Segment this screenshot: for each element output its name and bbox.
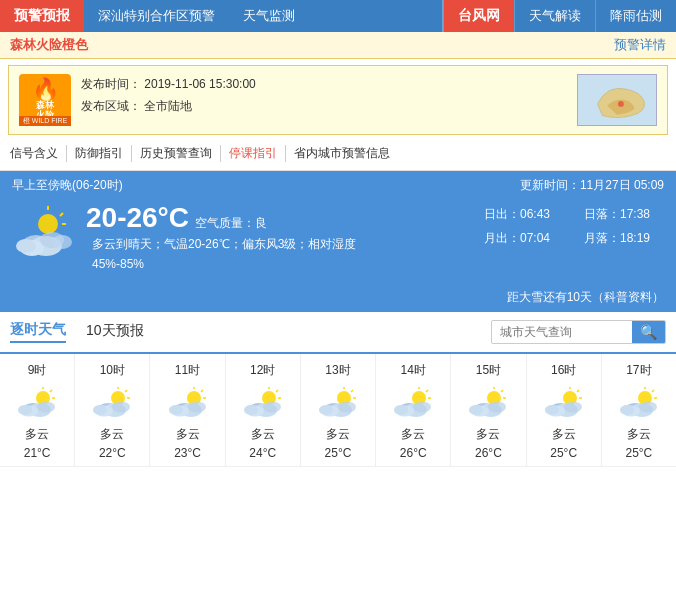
svg-line-4 [60, 213, 63, 216]
hour-weather-1: 多云 [100, 426, 124, 443]
hour-cell-3: 12时 多云24°C [226, 354, 301, 466]
svg-line-14 [50, 390, 52, 392]
hour-cell-2: 11时 多云23°C [150, 354, 225, 466]
weather-body: 20-26°C 空气质量：良 多云到晴天；气温20-26℃；偏东风3级；相对湿度… [0, 196, 676, 285]
weather-main: 早上至傍晚(06-20时) 更新时间：11月27日 05:09 [0, 171, 676, 312]
warning-fire-icon: 🔥 森林 火险 橙 WILD FIRE [19, 74, 71, 126]
forecast-tabs-row: 逐时天气 10天预报 🔍 [0, 312, 676, 354]
publish-area-value: 全市陆地 [144, 99, 192, 113]
tab-hourly[interactable]: 逐时天气 [10, 321, 66, 343]
nav-shenzhen-alert[interactable]: 深汕特别合作区预警 [84, 0, 229, 32]
hour-weather-0: 多云 [25, 426, 49, 443]
hour-icon-0 [17, 387, 57, 419]
hour-cell-0: 9时 多云21°C [0, 354, 75, 466]
svg-line-77 [577, 390, 579, 392]
svg-line-50 [351, 390, 353, 392]
nav-items: 深汕特别合作区预警 天气监测 [84, 0, 442, 32]
hour-icon-8 [619, 387, 659, 419]
svg-line-86 [652, 390, 654, 392]
weather-update-time: 更新时间：11月27日 05:09 [520, 177, 664, 194]
city-search-box: 🔍 [491, 320, 666, 344]
publish-area-label: 发布区域： [81, 99, 141, 113]
nav-weather-monitor[interactable]: 天气监测 [229, 0, 309, 32]
hour-label-2: 11时 [175, 362, 200, 379]
top-nav: 预警预报 深汕特别合作区预警 天气监测 台风网 天气解读 降雨估测 [0, 0, 676, 32]
hour-icon-5 [393, 387, 433, 419]
hour-temp-3: 24°C [249, 446, 276, 460]
hour-icon-3 [243, 387, 283, 419]
svg-point-29 [112, 401, 130, 412]
svg-line-68 [501, 390, 503, 392]
hour-label-6: 15时 [476, 362, 501, 379]
warning-bar: 森林火险橙色 预警详情 [0, 32, 676, 59]
weather-temp-desc: 20-26°C 空气质量：良 多云到晴天；气温20-26℃；偏东风3级；相对湿度… [86, 202, 356, 275]
hour-label-0: 9时 [28, 362, 47, 379]
hour-weather-5: 多云 [401, 426, 425, 443]
warning-icon-label: 橙 WILD FIRE [19, 116, 71, 126]
svg-point-11 [52, 235, 72, 249]
publish-time-row: 发布时间： 2019-11-06 15:30:00 [81, 74, 567, 96]
warning-title[interactable]: 森林火险橙色 [10, 36, 614, 54]
hour-icon-2 [168, 387, 208, 419]
tab-10day[interactable]: 10天预报 [86, 322, 144, 342]
weather-icon-cloudy-sun [12, 202, 76, 266]
svg-point-47 [263, 401, 281, 412]
snow-notice: 距大雪还有10天（科普资料） [0, 285, 676, 312]
hour-cell-7: 16时 多云25°C [527, 354, 602, 466]
hour-temp-0: 21°C [24, 446, 51, 460]
svg-point-64 [394, 405, 408, 415]
hour-label-7: 16时 [551, 362, 576, 379]
nav-typhoon[interactable]: 台风网 [443, 0, 514, 32]
nav-weather-read[interactable]: 天气解读 [514, 0, 595, 32]
hour-temp-7: 25°C [550, 446, 577, 460]
hour-icon-4 [318, 387, 358, 419]
warning-link-history[interactable]: 历史预警查询 [132, 145, 221, 162]
hour-temp-1: 22°C [99, 446, 126, 460]
warning-link-province[interactable]: 省内城市预警信息 [286, 145, 398, 162]
svg-point-1 [618, 101, 624, 107]
nav-alert-label[interactable]: 预警预报 [0, 0, 84, 32]
svg-point-92 [639, 401, 657, 412]
moonrise-row: 月出：07:04 [484, 226, 564, 250]
svg-point-56 [338, 401, 356, 412]
svg-point-2 [38, 214, 58, 234]
svg-line-59 [426, 390, 428, 392]
hour-cell-5: 14时 多云26°C [376, 354, 451, 466]
hour-label-4: 13时 [325, 362, 350, 379]
city-search-input[interactable] [492, 322, 632, 342]
map-svg [578, 74, 656, 126]
publish-area-row: 发布区域： 全市陆地 [81, 96, 567, 118]
hour-icon-6 [468, 387, 508, 419]
moonset-row: 月落：18:19 [584, 226, 664, 250]
hour-label-5: 14时 [401, 362, 426, 379]
svg-point-46 [244, 405, 258, 415]
weather-temp: 20-26°C [86, 202, 189, 234]
flame-icon: 🔥 [32, 79, 59, 101]
city-search-button[interactable]: 🔍 [632, 321, 665, 343]
svg-point-28 [93, 405, 107, 415]
hour-label-1: 10时 [100, 362, 125, 379]
sunset-row: 日落：17:38 [584, 202, 664, 226]
hour-weather-4: 多云 [326, 426, 350, 443]
hour-weather-7: 多云 [552, 426, 576, 443]
svg-point-82 [545, 405, 559, 415]
nav-right: 台风网 天气解读 降雨估测 [442, 0, 676, 32]
hour-weather-6: 多云 [476, 426, 500, 443]
svg-line-41 [276, 390, 278, 392]
warning-link-defense[interactable]: 防御指引 [67, 145, 132, 162]
hour-icon-7 [544, 387, 584, 419]
svg-point-19 [18, 405, 32, 415]
hour-weather-8: 多云 [627, 426, 651, 443]
warning-link-meaning[interactable]: 信号含义 [10, 145, 67, 162]
warning-map [577, 74, 657, 126]
hour-temp-8: 25°C [625, 446, 652, 460]
svg-point-83 [564, 401, 582, 412]
warning-link-class[interactable]: 停课指引 [221, 145, 286, 162]
warning-detail-link[interactable]: 预警详情 [614, 36, 666, 54]
nav-rain-est[interactable]: 降雨估测 [595, 0, 676, 32]
sunrise-row: 日出：06:43 [484, 202, 564, 226]
svg-point-74 [488, 401, 506, 412]
weather-sun-moon: 日出：06:43 日落：17:38 月出：07:04 月落：18:19 [484, 202, 664, 250]
warning-links: 信号含义 防御指引 历史预警查询 停课指引 省内城市预警信息 [0, 141, 676, 171]
svg-line-23 [125, 390, 127, 392]
